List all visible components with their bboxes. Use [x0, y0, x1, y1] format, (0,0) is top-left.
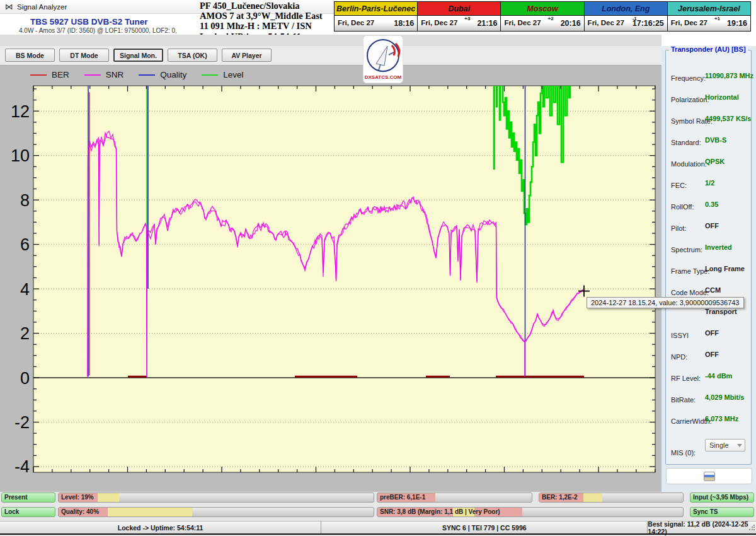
clock-date: Fri, Dec 27	[588, 19, 624, 26]
transponder-row: Frequency:11090,873 MHz	[671, 72, 749, 82]
y-axis-label: 8	[20, 191, 30, 210]
field-label: RollOff:	[671, 203, 694, 211]
field-value: Horizontal	[705, 93, 739, 101]
clock-dubai: DubaiFri, Dec 27+321:16	[417, 2, 500, 31]
meter-fill-yellow	[583, 493, 602, 502]
field-value: Long Frame	[705, 265, 745, 272]
clock-city-label: Jerusalem-Israel	[668, 2, 750, 16]
field-label: Polarization:	[671, 96, 709, 103]
legend-label: BER	[52, 70, 69, 79]
field-label: FEC:	[671, 182, 687, 189]
tab-tsa-ok-[interactable]: TSA (OK)	[168, 49, 217, 62]
field-value: 0.35	[705, 201, 718, 208]
snr-meter: SNR: 3,8 dB (Margin: 1,1 dB | Very Poor)	[377, 507, 684, 517]
clock-time: 20:16	[561, 19, 581, 28]
mis-select[interactable]: Single	[705, 439, 745, 452]
field-label: Code Mode:	[671, 289, 709, 296]
legend-swatch	[202, 74, 218, 76]
clock-date: Fri, Dec 27	[671, 19, 707, 26]
lock-indicator: Lock	[1, 507, 55, 517]
field-value: DVB-S	[705, 136, 726, 144]
sync-ts-indicator: Sync TS	[690, 507, 754, 517]
transponder-row: RF Level:-44 dBm	[671, 372, 749, 382]
meter-label: Quality: 40%	[61, 508, 99, 515]
clock-time-row: Fri, Dec 27+321:16	[418, 16, 500, 31]
transponder-row: ISSYIOFF	[671, 329, 749, 339]
clock-time-row: Fri, Dec 2718:16	[335, 16, 417, 31]
legend-label: SNR	[106, 70, 124, 79]
y-axis-label: 10	[11, 146, 30, 165]
mis-label: MIS (0):	[671, 449, 696, 457]
world-clocks: Berlin-Paris-LučenecFri, Dec 2718:16Duba…	[334, 1, 751, 32]
field-label: Standard:	[671, 139, 701, 146]
field-value: 1/2	[705, 179, 714, 187]
transponder-row: NPD:OFF	[671, 351, 749, 361]
clock-city-label: London, Eng	[585, 2, 667, 16]
y-axis-label: 6	[20, 235, 30, 254]
field-label: BitRate:	[671, 396, 696, 404]
transponder-row: RollOff:0.35	[671, 201, 749, 211]
resize-grip[interactable]	[748, 525, 755, 531]
transponder-row: Transport	[671, 308, 749, 318]
field-value: 6,073 MHz	[705, 415, 738, 422]
meter-label: preBER: 6,1E-1	[380, 494, 425, 501]
field-label: Modulation:	[671, 160, 707, 168]
clock-city-label: Berlin-Paris-Lučenec	[335, 2, 417, 16]
tab-signal-mon-[interactable]: Signal Mon.	[113, 49, 163, 62]
annotation-line: PF 450_Lučenec/Slovakia	[200, 1, 333, 11]
status-bar: Locked -> Uptime: 54:54:11 SYNC 6 | TEI …	[0, 521, 756, 535]
y-axis-label: 2	[20, 324, 30, 343]
clock-time-row: Fri, Dec 27+220:16	[501, 16, 583, 31]
transponder-row: Symbol Rate:4499,537 KS/s	[671, 115, 749, 125]
field-label: Pilot:	[671, 224, 686, 232]
field-label: Spectrum:	[671, 246, 702, 253]
annotation-line: 11 091 Mhz-H : METV / ISN	[200, 21, 333, 31]
window-title: Signal Analyzer	[17, 3, 67, 11]
transponder-groupbox: Transponder (AU) [BS] Frequency:11090,87…	[665, 50, 752, 465]
app-icon: ⋈	[5, 3, 13, 11]
legend-swatch	[30, 74, 47, 76]
tab-bs-mode[interactable]: BS Mode	[5, 49, 55, 62]
preber-meter: preBER: 6,1E-1	[377, 492, 532, 503]
signal-chart[interactable]: 121086420-2-4	[0, 83, 662, 492]
field-label: NPD:	[671, 353, 687, 361]
transponder-row: Standard:DVB-S	[671, 136, 749, 146]
tab-av-player[interactable]: AV Player	[222, 49, 272, 62]
field-value: OFF	[705, 329, 719, 337]
clock-time: 18:16	[394, 19, 414, 28]
ts-capture-button[interactable]	[666, 468, 752, 484]
tab-dt-mode[interactable]: DT Mode	[59, 49, 109, 62]
clock-moscow: MoscowFri, Dec 27+220:16	[500, 2, 583, 31]
meter-fill-yellow	[98, 493, 119, 502]
legend-swatch	[84, 74, 101, 76]
level-meter: Level: 19%	[58, 492, 374, 503]
transponder-row: BitRate:4,029 Mbit/s	[671, 393, 749, 404]
field-value: 4,029 Mbit/s	[705, 393, 744, 401]
transponder-title: Transponder (AU) [BS]	[669, 45, 748, 53]
tuner-name: TBS 5927 USB DVB-S2 Tuner	[30, 17, 199, 26]
transponder-row: Modulation:QPSK	[671, 158, 749, 168]
legend-label: Quality	[160, 70, 186, 79]
header-divider-band	[0, 35, 662, 46]
chevron-down-icon	[737, 444, 742, 447]
field-value: -44 dBm	[705, 372, 732, 380]
clock-london-eng: London, EngFri, Dec 27-117:16:25	[584, 2, 667, 31]
field-value: 11090,873 MHz	[705, 72, 753, 79]
transponder-row: Frame Type:Long Frame	[671, 265, 749, 275]
transponder-row: Spectrum:Inverted	[671, 243, 749, 253]
clock-date: Fri, Dec 27	[421, 19, 457, 26]
clock-utc-offset: +3	[464, 16, 470, 21]
clock-time: 19:16	[727, 19, 747, 28]
y-axis-label: -2	[14, 413, 30, 432]
annotation-line: AMOS 7 at 3,9°W_Middle East	[200, 11, 333, 21]
input-rate-indicator: Input (~3,95 Mbps)	[690, 492, 754, 503]
field-label: ISSYI	[671, 332, 689, 339]
clock-city-label: Dubai	[418, 2, 500, 16]
clock-time-row: Fri, Dec 27-117:16:25	[585, 16, 667, 31]
y-axis-label: 0	[20, 369, 30, 388]
clock-utc-offset: +1	[714, 16, 720, 21]
chart-tooltip: 2024-12-27 18.15.24, value: 3,9000000953…	[587, 297, 744, 308]
transport-stream-icon	[704, 472, 715, 481]
field-value: QPSK	[705, 158, 724, 165]
y-axis-label: 12	[11, 102, 30, 121]
